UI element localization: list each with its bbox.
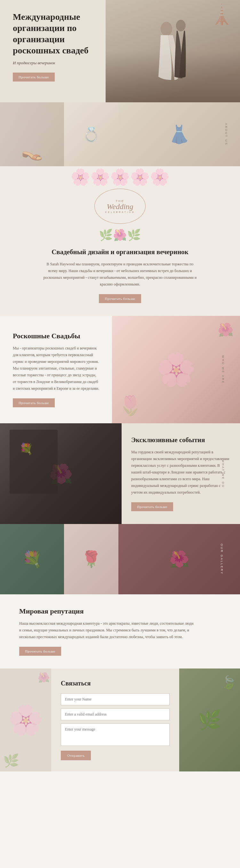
hero-content: Международные организации по организации… [0, 0, 109, 93]
luxury-image: 🌸 🌺 🌷 [112, 316, 240, 423]
what-we-do-label: WHAT WE DO [222, 459, 225, 488]
gallery-section: 💐 🌹 🌺 OUR GALLERY [0, 524, 240, 594]
exclusive-title: Эксклюзивные события [131, 436, 231, 444]
exclusive-text: Мы гордимся своей международной репутаци… [131, 449, 231, 496]
luxury-text: Мы - организаторы роскошных свадеб и веч… [13, 345, 99, 392]
reputation-cta[interactable]: Прочитать больше [19, 647, 61, 656]
wedding-design-cta[interactable]: Прочитать больше [99, 294, 141, 303]
contact-name-input[interactable] [61, 693, 170, 705]
hero-subtitle: И продюсеры вечеринок [13, 60, 96, 66]
luxury-cta[interactable]: Прочитать больше [13, 398, 55, 407]
contact-message-input[interactable] [61, 723, 170, 746]
svg-point-0 [161, 22, 172, 36]
reputation-title: Мировая репутация [19, 607, 221, 615]
flower-decoration-top: 🌸🌸🌸🌸🌸 [0, 166, 240, 186]
reputation-text: Наша высококлассная международная клиент… [19, 620, 195, 640]
wedding-design-title: Свадебный дизайн и организация вечеринок [26, 248, 214, 256]
exclusive-section: 🌺 💐 Эксклюзивные события Мы гордимся сво… [0, 423, 240, 524]
logo-wedding: Wedding [107, 203, 133, 210]
luxury-content: Роскошные Свадьбы Мы - организаторы роск… [0, 316, 112, 423]
hero-title: Международные организации по организации… [13, 11, 96, 56]
hero-section: 🗼 Международные организации по организац… [0, 0, 240, 102]
our-gallery-label: OUR GALLERY [220, 544, 224, 575]
luxury-title: Роскошные Свадьбы [13, 332, 99, 340]
wedding-design-section: Свадебный дизайн и организация вечеринок… [0, 245, 240, 316]
ring-photo: 💍 [64, 102, 118, 166]
contact-right-image: 🌿 🍃 [179, 669, 240, 771]
dress-photo: 👗 [118, 102, 240, 166]
gallery-image-1: 💐 [0, 524, 64, 594]
exclusive-image: 🌺 💐 [0, 423, 122, 524]
contact-flower-left: 🌸 🌿 🌺 [0, 669, 51, 771]
logo-celebration: CELEBRATION [105, 211, 135, 213]
about-us-label: ABOUT US [224, 123, 228, 146]
logo-section: 🌸🌸🌸🌸🌸 THE Wedding CELEBRATION 🌿🌺🌿 [0, 166, 240, 245]
gallery-image-2: 🌹 [64, 524, 118, 594]
contact-form-area: Связаться Отправить [51, 669, 179, 771]
contact-submit-button[interactable]: Отправить [61, 751, 91, 760]
reputation-section: Мировая репутация Наша высококлассная ме… [0, 594, 240, 669]
who-we-are-label: WHO WE ARE [221, 355, 224, 384]
contact-email-input[interactable] [61, 709, 170, 720]
logo-the: THE [116, 199, 124, 203]
shoes-photo: 👡 [0, 102, 64, 166]
contact-title: Связаться [61, 680, 170, 687]
svg-point-1 [176, 20, 186, 31]
exclusive-cta[interactable]: Прочитать больше [131, 502, 173, 511]
hero-bg-image: 🗼 [106, 0, 240, 102]
luxury-section: Роскошные Свадьбы Мы - организаторы роск… [0, 316, 240, 423]
hero-cta-button[interactable]: Прочитать больше [13, 72, 55, 82]
flower-decoration-sides: 🌿🌺🌿 [0, 228, 240, 242]
photo-grid-section: 👡 💍 👗 ABOUT US [0, 102, 240, 166]
wedding-logo: THE Wedding CELEBRATION [94, 189, 146, 224]
contact-section: 🌸 🌿 🌺 Связаться Отправить 🌿 🍃 [0, 669, 240, 771]
wedding-design-text: В Sarah Haywood мы планируем, проектируе… [43, 261, 197, 288]
